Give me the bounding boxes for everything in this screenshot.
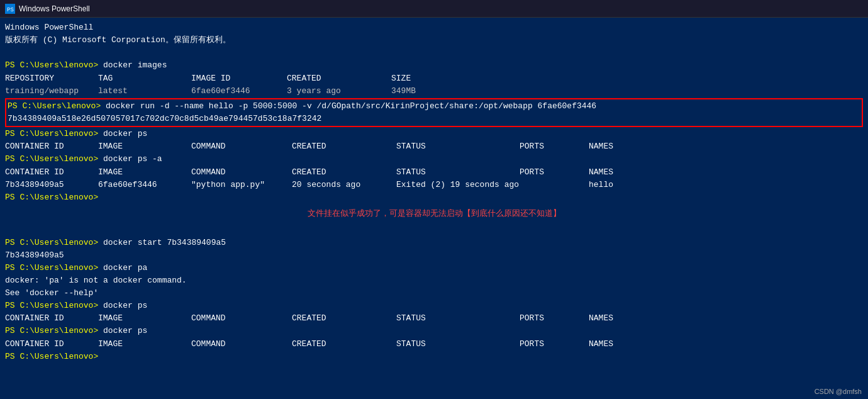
line-hash: 7b34389409a518e26d507057017c702dc70c8d5c… [8, 113, 860, 125]
annotation-text: 文件挂在似乎成功了，可是容器却无法启动【到底什么原因还不知道】 [5, 206, 863, 221]
line-images-row: training/webapplatest6fae60ef34463 years… [5, 85, 863, 98]
line-docker-images-cmd: PS C:\Users\lenovo> docker images [5, 59, 863, 72]
line-psa-row: 7b34389409a56fae60ef3446"python app.py"2… [5, 179, 863, 191]
line-docker-run: PS C:\Users\lenovo> docker run -d --name… [8, 100, 860, 113]
title-bar: PS Windows PowerShell [0, 0, 868, 18]
line-docker-start: PS C:\Users\lenovo> docker start 7b34389… [5, 237, 863, 249]
line-docker-ps-3: PS C:\Users\lenovo> docker ps [5, 325, 863, 337]
title-bar-text: Windows PowerShell [19, 4, 90, 13]
powershell-icon: PS [5, 4, 15, 14]
line-1: Windows PowerShell [5, 21, 863, 34]
line-prompt-final: PS C:\Users\lenovo> [5, 351, 863, 363]
blank-1 [5, 47, 863, 59]
line-pa-error2: See 'docker --help' [5, 287, 863, 300]
terminal: Windows PowerShell 版权所有 (C) Microsoft Co… [0, 18, 868, 399]
line-docker-ps-1: PS C:\Users\lenovo> docker ps [5, 128, 863, 140]
line-images-header: REPOSITORYTAGIMAGE IDCREATEDSIZE [5, 72, 863, 85]
svg-text:PS: PS [7, 7, 14, 13]
line-ps-header-1: CONTAINER IDIMAGECOMMANDCREATEDSTATUSPOR… [5, 140, 863, 153]
line-docker-pa: PS C:\Users\lenovo> docker pa [5, 262, 863, 274]
line-docker-ps-2: PS C:\Users\lenovo> docker ps [5, 300, 863, 312]
line-start-output: 7b34389409a5 [5, 249, 863, 262]
line-2: 版权所有 (C) Microsoft Corporation。保留所有权利。 [5, 34, 863, 47]
line-psa-header: CONTAINER IDIMAGECOMMANDCREATEDSTATUSPOR… [5, 166, 863, 179]
line-prompt-1: PS C:\Users\lenovo> [5, 191, 863, 204]
line-ps-header-3: CONTAINER IDIMAGECOMMANDCREATEDSTATUSPOR… [5, 338, 863, 351]
line-docker-ps-a: PS C:\Users\lenovo> docker ps -a [5, 153, 863, 166]
red-border-box: PS C:\Users\lenovo> docker run -d --name… [5, 98, 863, 127]
blank-2 [5, 223, 863, 236]
line-pa-error1: docker: 'pa' is not a docker command. [5, 274, 863, 287]
red-box-container: PS C:\Users\lenovo> docker run -d --name… [5, 98, 863, 127]
line-ps-header-2: CONTAINER IDIMAGECOMMANDCREATEDSTATUSPOR… [5, 312, 863, 325]
csdn-watermark: CSDN @dmfsh [815, 388, 862, 395]
